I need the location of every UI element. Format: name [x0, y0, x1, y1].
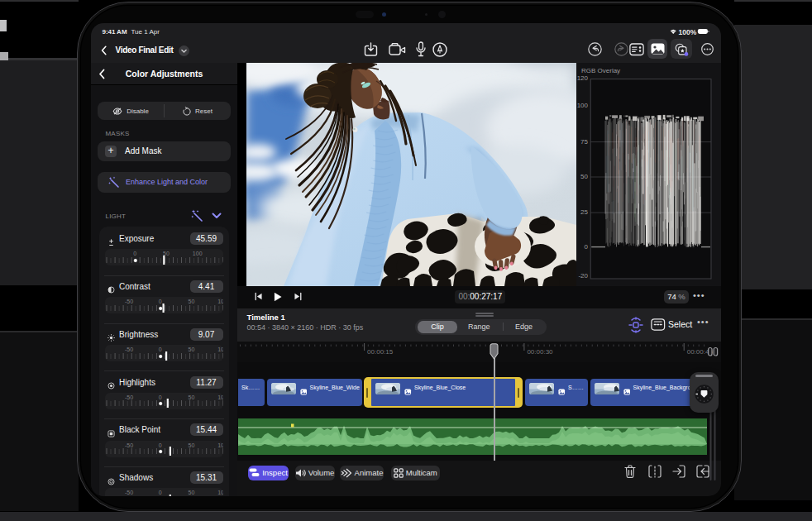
svg-text:75: 75 [580, 138, 588, 146]
svg-text:-20: -20 [578, 272, 588, 280]
svg-text:0: 0 [585, 243, 589, 251]
svg-text:00:00:15: 00:00:15 [367, 348, 394, 356]
svg-text:25: 25 [580, 208, 588, 216]
svg-text:00:00:30: 00:00:30 [527, 348, 553, 356]
svg-text:50: 50 [580, 173, 588, 180]
svg-text:100: 100 [577, 102, 589, 109]
svg-text:120: 120 [577, 74, 589, 82]
